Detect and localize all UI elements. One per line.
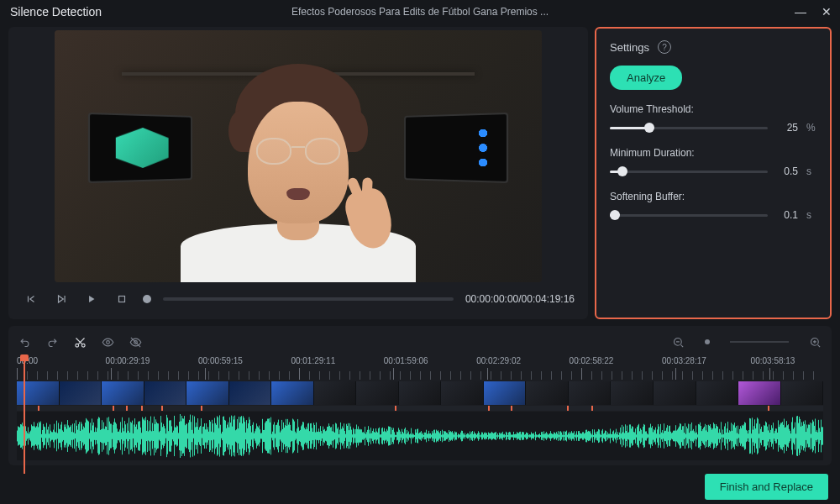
- scrub-handle[interactable]: [143, 295, 151, 303]
- timeline-thumbnails[interactable]: [17, 381, 823, 405]
- softening-buffer-label: Softening Buffer:: [610, 191, 816, 202]
- audio-waveform[interactable]: [17, 412, 823, 460]
- timeline-panel: 00:0000:00:29:1900:00:59:1500:01:29:1100…: [8, 326, 832, 465]
- settings-panel: Settings ? Analyze Volume Threshold: 25 …: [595, 27, 832, 319]
- eye-off-icon[interactable]: [129, 336, 142, 349]
- eye-icon[interactable]: [102, 336, 114, 349]
- ruler-label: 00:03:28:17: [662, 356, 706, 365]
- minimum-duration-value: 0.5: [776, 165, 798, 177]
- ruler-label: 00:01:59:06: [384, 356, 428, 365]
- minimum-duration-slider[interactable]: [610, 171, 768, 173]
- ruler-label: 00:00:59:15: [198, 356, 243, 365]
- ruler-label: 00:00:29:19: [106, 356, 150, 365]
- zoom-out-icon[interactable]: [672, 336, 685, 349]
- timeline-markers: [17, 406, 823, 411]
- play-step-button[interactable]: [52, 290, 71, 308]
- ruler-label: 00:03:58:13: [751, 356, 795, 365]
- play-button[interactable]: [82, 290, 101, 308]
- zoom-in-icon[interactable]: [809, 336, 822, 349]
- scrub-track[interactable]: [163, 297, 454, 301]
- redo-icon[interactable]: [46, 336, 59, 349]
- preview-panel: 00:00:00:00/00:04:19:16: [8, 27, 588, 319]
- ruler-label: 00:02:29:02: [476, 356, 521, 365]
- softening-buffer-value: 0.1: [776, 209, 798, 221]
- minimum-duration-label: Minimum Duration:: [610, 147, 816, 159]
- svg-rect-0: [119, 297, 125, 302]
- timeline-ruler[interactable]: 00:0000:00:29:1900:00:59:1500:01:29:1100…: [17, 356, 823, 380]
- ruler-label: 00:01:29:11: [291, 356, 335, 365]
- volume-threshold-value: 25: [776, 122, 798, 134]
- close-button[interactable]: ✕: [822, 5, 832, 18]
- volume-threshold-slider[interactable]: [610, 127, 768, 129]
- cut-icon[interactable]: [74, 336, 87, 349]
- timecode-display: 00:00:00:00/00:04:19:16: [465, 293, 575, 305]
- video-preview[interactable]: [55, 30, 542, 282]
- prev-frame-button[interactable]: [22, 290, 40, 308]
- title-bar: Silence Detection Efectos Poderosos Para…: [0, 0, 840, 24]
- ruler-label: 00:02:58:22: [570, 356, 614, 365]
- stop-button[interactable]: [113, 290, 131, 308]
- svg-point-3: [107, 341, 110, 344]
- window-filename: Efectos Poderosos Para Edits de Fútbol G…: [291, 6, 549, 18]
- zoom-indicator: [705, 339, 710, 344]
- softening-buffer-slider[interactable]: [610, 214, 768, 217]
- zoom-slider[interactable]: [730, 341, 789, 343]
- undo-icon[interactable]: [18, 336, 31, 349]
- minimize-button[interactable]: —: [795, 5, 806, 18]
- transport-bar: 00:00:00:00/00:04:19:16: [12, 282, 585, 316]
- svg-point-1: [76, 344, 79, 347]
- playhead[interactable]: [24, 356, 25, 474]
- volume-threshold-label: Volume Threshold:: [610, 103, 816, 115]
- settings-title: Settings: [610, 41, 649, 54]
- window-title: Silence Detection: [10, 5, 102, 18]
- analyze-button[interactable]: Analyze: [610, 66, 682, 90]
- finish-replace-button[interactable]: Finish and Replace: [705, 474, 828, 500]
- help-icon[interactable]: ?: [658, 40, 671, 54]
- svg-point-2: [81, 344, 85, 347]
